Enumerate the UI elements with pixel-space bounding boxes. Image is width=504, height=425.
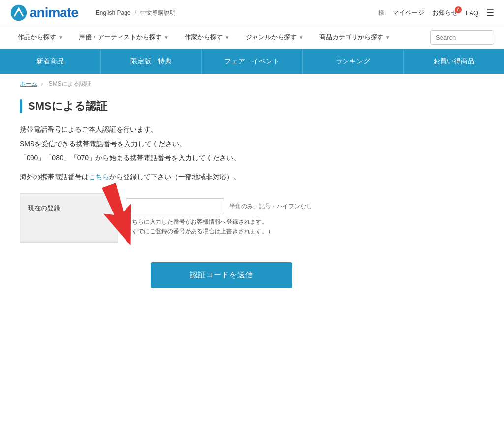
search-input[interactable]	[430, 30, 494, 45]
username-display: 様	[378, 9, 384, 17]
chevron-down-icon: ▼	[164, 35, 169, 40]
breadcrumb-separator: ›	[41, 80, 43, 87]
page-title-row: SMSによる認証	[20, 99, 423, 114]
title-bar-decoration	[20, 99, 22, 113]
arrow-annotation	[96, 183, 145, 254]
chinese-page-link[interactable]: 中文導購說明	[140, 9, 176, 17]
page-title: SMSによる認証	[28, 99, 107, 114]
tab-new-items[interactable]: 新着商品	[0, 49, 101, 74]
header: animate English Page / 中文導購說明 様 マイページ お知…	[0, 0, 504, 26]
faq-link[interactable]: FAQ	[466, 9, 478, 17]
svg-marker-2	[96, 183, 145, 251]
description-text: 携帯電話番号によるご本人認証を行います。 SMSを受信できる携帯電話番号を入力し…	[20, 123, 423, 165]
overseas-registration-link[interactable]: こちら	[89, 173, 109, 181]
header-user-area: 様 マイページ お知らせ 0 FAQ ☰	[378, 7, 494, 18]
language-links: English Page / 中文導購說明	[96, 9, 371, 17]
phone-input-section: 現在の登録 半角のみ、記号・ハイフンなし こちらに入力した番号がお客様情報へ登録…	[20, 193, 423, 243]
breadcrumb-current: SMSによる認証	[49, 80, 91, 87]
mypage-link[interactable]: マイページ	[392, 8, 424, 17]
tab-ranking[interactable]: ランキング	[303, 49, 404, 74]
phone-hint: 半角のみ、記号・ハイフンなし	[229, 202, 312, 211]
notification-badge: 0	[455, 6, 462, 13]
phone-input-row: 半角のみ、記号・ハイフンなし	[126, 198, 312, 214]
svg-point-1	[17, 9, 20, 11]
nav-item-voice[interactable]: 声優・アーティストから探す ▼	[71, 26, 177, 49]
nav-item-author[interactable]: 作家から探す ▼	[177, 26, 238, 49]
tab-fair-events[interactable]: フェア・イベント	[202, 49, 303, 74]
breadcrumb-home[interactable]: ホーム	[20, 80, 37, 87]
notification-button[interactable]: お知らせ 0	[432, 8, 458, 17]
chevron-down-icon: ▼	[299, 35, 304, 40]
tab-deals[interactable]: お買い得商品	[404, 49, 504, 74]
submit-button[interactable]: 認証コードを送信	[151, 262, 292, 288]
chevron-down-icon: ▼	[385, 35, 390, 40]
blue-nav-tabs: 新着商品 限定版・特典 フェア・イベント ランキング お買い得商品	[0, 49, 504, 74]
main-content: SMSによる認証 携帯電話番号によるご本人認証を行います。 SMSを受信できる携…	[0, 94, 443, 308]
logo-text: animate	[30, 5, 78, 21]
breadcrumb: ホーム › SMSによる認証	[0, 74, 504, 94]
submit-area: 認証コードを送信	[20, 262, 423, 288]
logo[interactable]: animate	[10, 4, 78, 22]
tab-limited[interactable]: 限定版・特典	[101, 49, 202, 74]
nav-item-genre[interactable]: ジャンルから探す ▼	[238, 26, 312, 49]
new-phone-area: 半角のみ、記号・ハイフンなし こちらに入力した番号がお客様情報へ登録されます。 …	[118, 193, 320, 241]
phone-note: こちらに入力した番号がお客様情報へ登録されます。 （すでにご登録の番号がある場合…	[126, 217, 312, 236]
nav-item-category[interactable]: 商品カテゴリから探す ▼	[312, 26, 398, 49]
chevron-down-icon: ▼	[58, 35, 63, 40]
overseas-link-section: 海外の携帯電話番号はこちらから登録して下さい（一部地域非対応）。	[20, 173, 423, 182]
nav-bar: 作品から探す ▼ 声優・アーティストから探す ▼ 作家から探す ▼ ジャンルから…	[0, 26, 504, 49]
hamburger-menu[interactable]: ☰	[486, 7, 494, 18]
chevron-down-icon: ▼	[225, 35, 230, 40]
english-page-link[interactable]: English Page	[96, 9, 131, 16]
nav-item-works[interactable]: 作品から探す ▼	[10, 26, 71, 49]
